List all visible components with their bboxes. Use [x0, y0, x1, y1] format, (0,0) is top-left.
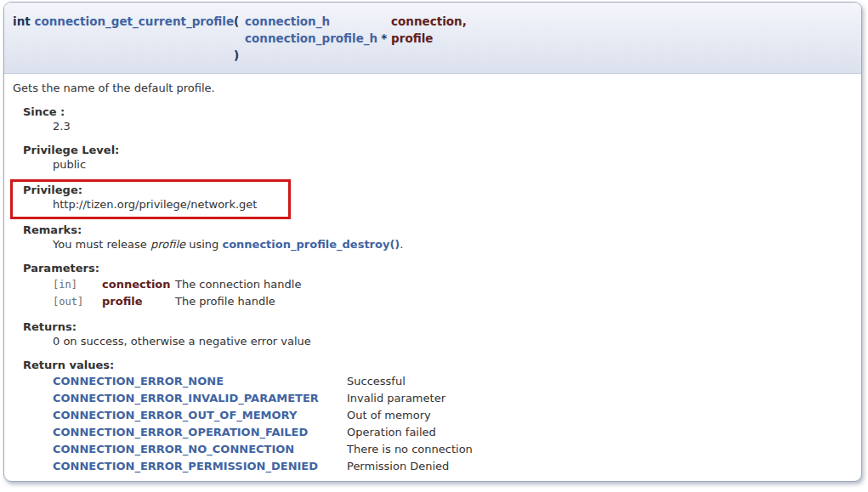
function-description: Gets the name of the default profile. — [13, 82, 853, 95]
function-signature-header: int connection_get_current_profile ( con… — [4, 3, 861, 74]
error-description: Out of memory — [347, 407, 473, 424]
return-value-row: CONNECTION_ERROR_OUT_OF_MEMORY Out of me… — [53, 407, 473, 424]
return-values-label: Return values: — [23, 359, 853, 372]
function-doc-card: int connection_get_current_profile ( con… — [3, 2, 862, 482]
privilege-label: Privilege: — [23, 184, 288, 197]
error-description: Successful — [347, 373, 473, 390]
privilege-level-value: public — [53, 158, 853, 172]
parameters-section: Parameters: [in] connection The connecti… — [23, 262, 853, 310]
function-name-link[interactable]: connection_get_current_profile — [34, 14, 234, 28]
parameter-row: [in] connection The connection handle — [53, 276, 301, 293]
privilege-highlight-box: Privilege: http://tizen.org/privilege/ne… — [10, 179, 291, 219]
connection-profile-destroy-link[interactable]: connection_profile_destroy() — [222, 238, 400, 251]
signature-table: int connection_get_current_profile ( con… — [13, 13, 467, 64]
return-value-row: CONNECTION_ERROR_PERMISSION_DENIED Permi… — [53, 458, 473, 475]
remarks-text: You must release profile using connectio… — [53, 238, 853, 252]
error-description: Invalid parameter — [347, 390, 473, 407]
param-type-suffix: * — [381, 31, 387, 45]
return-type: int — [13, 14, 31, 28]
close-paren: ) — [234, 47, 245, 64]
param-description: The profile handle — [175, 293, 301, 310]
param-name: connection — [102, 276, 175, 293]
error-code-link[interactable]: CONNECTION_ERROR_OUT_OF_MEMORY — [53, 409, 297, 421]
since-value: 2.3 — [53, 120, 853, 133]
remarks-text-before: You must release — [53, 238, 150, 251]
remarks-emphasis: profile — [150, 238, 185, 251]
returns-section: Returns: 0 on success, otherwise a negat… — [23, 320, 853, 348]
param-direction: [in] — [53, 276, 102, 293]
signature-row: ) — [13, 47, 467, 64]
error-code-link[interactable]: CONNECTION_ERROR_NO_CONNECTION — [53, 443, 294, 455]
error-code-link[interactable]: CONNECTION_ERROR_INVALID_PARAMETER — [53, 392, 319, 404]
signature-row: connection_profile_h* profile — [13, 30, 467, 47]
parameter-row: [out] profile The profile handle — [53, 293, 301, 310]
remarks-label: Remarks: — [23, 223, 853, 237]
remarks-text-middle: using — [185, 238, 222, 251]
error-code-link[interactable]: CONNECTION_ERROR_PERMISSION_DENIED — [53, 460, 318, 472]
param-type-link-connection-profile-h[interactable]: connection_profile_h — [245, 31, 377, 45]
param-direction: [out] — [53, 293, 102, 310]
parameters-label: Parameters: — [23, 262, 853, 275]
parameters-table: [in] connection The connection handle [o… — [53, 276, 301, 310]
returns-value: 0 on success, otherwise a negative error… — [53, 335, 853, 348]
privilege-level-section: Privilege Level: public — [23, 144, 853, 172]
param-name: profile — [102, 293, 175, 310]
error-code-link[interactable]: CONNECTION_ERROR_NONE — [53, 375, 224, 387]
return-value-row: CONNECTION_ERROR_INVALID_PARAMETER Inval… — [53, 390, 473, 407]
param-type-link-connection-h[interactable]: connection_h — [245, 14, 330, 28]
error-description: Operation failed — [347, 424, 473, 441]
error-description: There is no connection — [347, 441, 473, 458]
param-name-connection: connection, — [391, 13, 467, 30]
open-paren: ( — [234, 13, 245, 30]
return-values-table: CONNECTION_ERROR_NONE Successful CONNECT… — [53, 373, 473, 475]
return-value-row: CONNECTION_ERROR_NONE Successful — [53, 373, 473, 390]
signature-row: int connection_get_current_profile ( con… — [13, 13, 467, 30]
returns-label: Returns: — [23, 320, 853, 334]
privilege-section: Privilege: http://tizen.org/privilege/ne… — [23, 184, 288, 212]
privilege-value: http://tizen.org/privilege/network.get — [53, 198, 288, 212]
error-description: Permission Denied — [347, 458, 473, 475]
since-section: Since : 2.3 — [23, 105, 853, 133]
privilege-level-label: Privilege Level: — [23, 144, 853, 157]
remarks-section: Remarks: You must release profile using … — [23, 223, 853, 252]
return-value-row: CONNECTION_ERROR_OPERATION_FAILED Operat… — [53, 424, 473, 441]
remarks-text-after: . — [400, 238, 403, 251]
function-doc-body: Gets the name of the default profile. Si… — [4, 74, 861, 482]
since-label: Since : — [23, 105, 853, 119]
param-name-profile: profile — [391, 30, 467, 47]
error-code-link[interactable]: CONNECTION_ERROR_OPERATION_FAILED — [53, 426, 308, 438]
param-description: The connection handle — [175, 276, 301, 293]
return-values-section: Return values: CONNECTION_ERROR_NONE Suc… — [23, 359, 853, 475]
return-value-row: CONNECTION_ERROR_NO_CONNECTION There is … — [53, 441, 473, 458]
